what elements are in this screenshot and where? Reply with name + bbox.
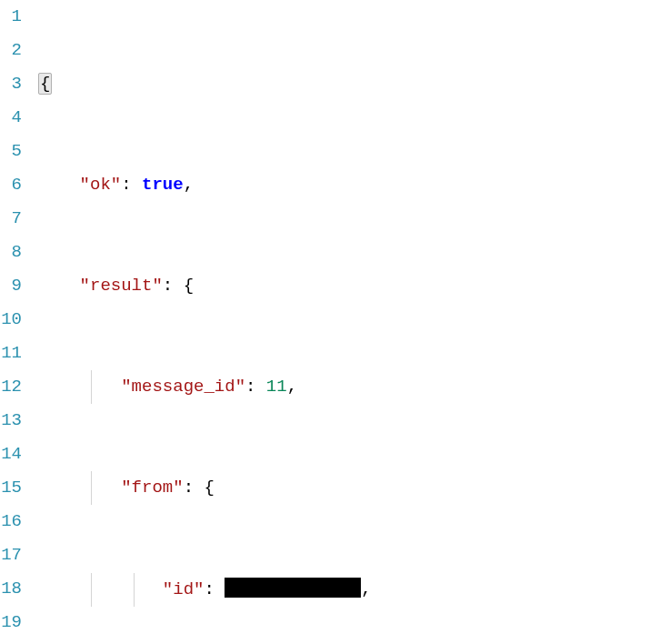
line-number: 10	[0, 303, 22, 337]
code-line: "message_id": 11,	[38, 370, 669, 404]
code-line: "ok": true,	[38, 168, 669, 202]
line-number: 11	[0, 337, 22, 370]
line-number-gutter: 1 2 3 4 5 6 7 8 9 10 11 12 13 14 15 16 1…	[0, 0, 31, 644]
code-line: {	[38, 67, 669, 101]
line-number: 1	[0, 0, 22, 34]
brace-open: {	[38, 73, 52, 95]
line-number: 16	[0, 505, 22, 538]
line-number: 12	[0, 370, 22, 404]
line-number: 8	[0, 236, 22, 269]
json-key: "id"	[163, 579, 205, 599]
json-bool: true	[142, 175, 184, 195]
line-number: 6	[0, 168, 22, 202]
line-number: 15	[0, 471, 22, 505]
json-key: "result"	[80, 276, 163, 296]
line-number: 3	[0, 67, 22, 101]
json-key: "ok"	[80, 175, 122, 195]
line-number: 18	[0, 572, 22, 606]
redacted-value	[225, 578, 361, 598]
line-number: 7	[0, 202, 22, 236]
line-number: 19	[0, 606, 22, 639]
line-number: 17	[0, 538, 22, 572]
code-line: "from": {	[38, 471, 669, 505]
line-number: 4	[0, 101, 22, 135]
line-number: 13	[0, 404, 22, 438]
json-number: 11	[266, 377, 287, 397]
json-key: "from"	[121, 478, 183, 498]
line-number: 2	[0, 34, 22, 67]
line-number: 14	[0, 438, 22, 471]
code-line: "id": ,	[38, 573, 669, 607]
code-line: "result": {	[38, 269, 669, 303]
code-editor[interactable]: { "ok": true, "result": { "message_id": …	[31, 0, 669, 644]
line-number: 5	[0, 135, 22, 168]
json-key: "message_id"	[121, 377, 245, 397]
line-number: 9	[0, 269, 22, 303]
